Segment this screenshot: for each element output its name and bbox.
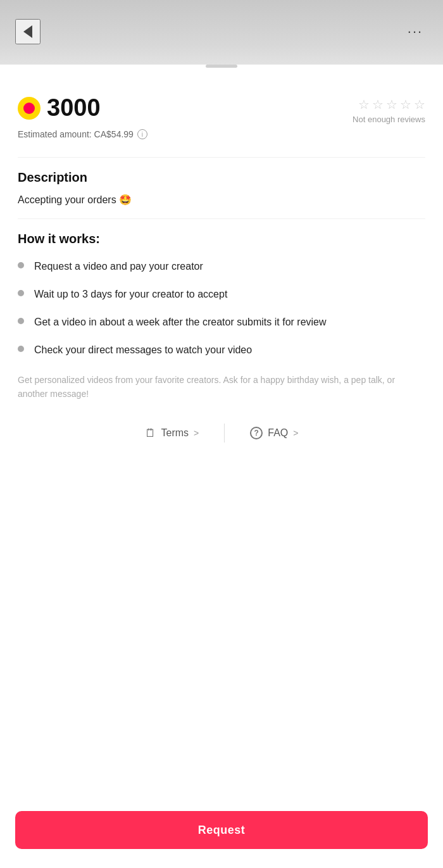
not-enough-reviews: Not enough reviews <box>353 115 425 124</box>
pull-handle <box>206 65 237 68</box>
back-chevron-icon <box>23 25 32 38</box>
stars-row: ☆ ☆ ☆ ☆ ☆ <box>358 97 425 112</box>
estimated-amount: Estimated amount: CA$54.99 i <box>18 129 425 139</box>
bullet-dot-icon <box>18 290 24 296</box>
description-text: Accepting your orders 🤩 <box>18 194 425 206</box>
bullet-text-2: Wait up to 3 days for your creator to ac… <box>34 287 227 302</box>
main-card: 3000 ☆ ☆ ☆ ☆ ☆ Not enough reviews Estima… <box>0 65 443 824</box>
terms-button[interactable]: 🗒 Terms > <box>120 419 225 448</box>
description-title: Description <box>18 170 425 185</box>
help-icon: ? <box>250 427 263 439</box>
faq-label: FAQ <box>268 427 288 439</box>
estimated-label: Estimated amount: CA$54.99 <box>18 129 134 139</box>
how-it-works-title: How it works: <box>18 232 425 246</box>
info-icon[interactable]: i <box>137 129 147 139</box>
document-icon: 🗒 <box>145 427 156 440</box>
back-button[interactable] <box>15 19 41 44</box>
list-item: Wait up to 3 days for your creator to ac… <box>18 287 425 302</box>
request-button[interactable]: Request <box>15 811 428 849</box>
price-row: 3000 ☆ ☆ ☆ ☆ ☆ Not enough reviews <box>18 94 425 124</box>
star-1: ☆ <box>358 97 370 112</box>
pull-handle-area <box>0 65 443 79</box>
terms-label: Terms <box>161 427 189 439</box>
more-button[interactable]: ··· <box>402 19 428 44</box>
price-left: 3000 <box>18 94 101 122</box>
bullet-list: Request a video and pay your creator Wai… <box>18 259 425 358</box>
faq-chevron-icon: > <box>293 428 298 438</box>
list-item: Request a video and pay your creator <box>18 259 425 274</box>
faq-button[interactable]: ? FAQ > <box>225 419 323 447</box>
star-2: ☆ <box>372 97 384 112</box>
star-5: ☆ <box>414 97 425 112</box>
rating-area: ☆ ☆ ☆ ☆ ☆ Not enough reviews <box>353 94 425 124</box>
star-4: ☆ <box>400 97 411 112</box>
coin-amount: 3000 <box>47 94 101 122</box>
divider-1 <box>18 157 425 158</box>
star-3: ☆ <box>386 97 397 112</box>
bullet-text-4: Check your direct messages to watch your… <box>34 343 252 358</box>
bullet-dot-icon <box>18 318 24 324</box>
terms-chevron-icon: > <box>194 428 199 438</box>
terms-faq-row: 🗒 Terms > ? FAQ > <box>18 419 425 448</box>
list-item: Get a video in about a week after the cr… <box>18 315 425 330</box>
promo-text: Get personalized videos from your favori… <box>18 373 425 401</box>
bullet-text-1: Request a video and pay your creator <box>34 259 203 274</box>
divider-2 <box>18 218 425 219</box>
bullet-dot-icon <box>18 262 24 268</box>
tiktok-coin-icon <box>18 97 41 120</box>
list-item: Check your direct messages to watch your… <box>18 343 425 358</box>
bullet-dot-icon <box>18 346 24 352</box>
bullet-text-3: Get a video in about a week after the cr… <box>34 315 327 330</box>
bottom-bar: Request <box>0 801 443 868</box>
